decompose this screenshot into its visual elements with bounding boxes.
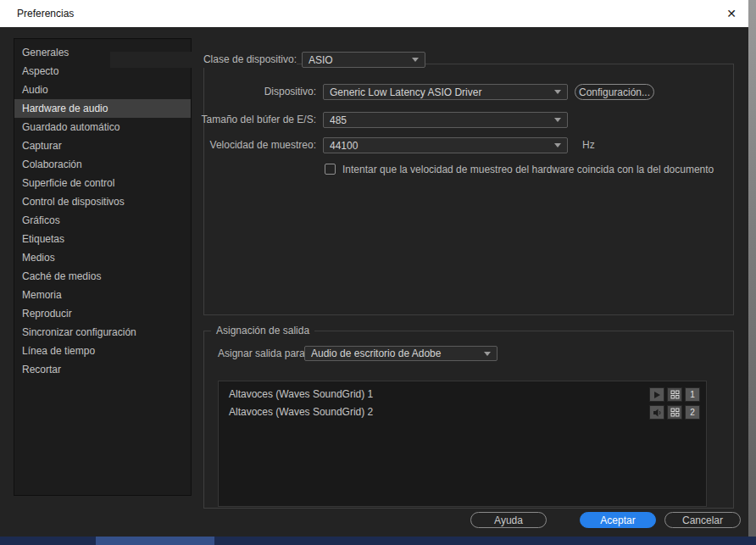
sidebar-item-reproducir[interactable]: Reproducir [14,304,191,323]
assign-output-label: Asignar salida para: [218,346,308,362]
window-title: Preferencias [17,0,74,27]
sidebar-item-medios[interactable]: Medios [14,248,191,267]
output-row-buttons: 1 [649,387,700,402]
assign-output-value: Audio de escritorio de Adobe [311,348,479,359]
channel-map-button[interactable] [667,387,682,402]
device-dropdown[interactable]: Generic Low Latency ASIO Driver [323,84,568,100]
device-class-label: Clase de dispositivo: [110,52,297,68]
output-row: Altavoces (Waves SoundGrid) 2 [219,403,706,421]
samplerate-value: 44100 [330,140,549,152]
channel-play-button[interactable] [649,387,664,402]
channel-number-badge[interactable]: 1 [685,387,700,402]
samplerate-dropdown[interactable]: 44100 [323,137,568,153]
device-label: Dispositivo: [194,84,316,100]
chevron-down-icon [554,118,561,122]
sidebar-item-sincronizar-configuracion[interactable]: Sincronizar configuración [14,323,191,342]
channel-number-badge[interactable]: 2 [685,405,700,420]
output-name: Altavoces (Waves SoundGrid) 2 [229,403,373,421]
sidebar-item-control-de-dispositivos[interactable]: Control de dispositivos [14,192,191,211]
play-icon [653,391,661,399]
cancel-button[interactable]: Cancelar [664,512,741,528]
chevron-down-icon [554,90,561,94]
taskbar-app-indicator [96,537,214,545]
sidebar-item-graficos[interactable]: Gráficos [14,211,191,230]
sidebar-item-recortar[interactable]: Recortar [14,360,191,379]
help-button[interactable]: Ayuda [470,512,547,528]
preferences-window: Preferencias ✕ Generales Aspecto Audio H… [0,0,748,537]
samplerate-unit: Hz [582,137,595,153]
output-device-list: Altavoces (Waves SoundGrid) 1 [218,381,707,507]
chevron-down-icon [484,352,491,356]
device-class-value: ASIO [309,54,407,66]
device-dropdown-value: Generic Low Latency ASIO Driver [330,86,549,98]
assign-output-dropdown[interactable]: Audio de escritorio de Adobe [304,346,498,361]
close-icon[interactable]: ✕ [726,0,737,27]
titlebar: Preferencias ✕ [0,0,748,27]
routing-grid-icon [670,408,680,417]
match-samplerate-checkbox[interactable] [325,164,336,175]
sidebar-item-audio[interactable]: Audio [14,81,191,99]
sidebar-item-guardado-automatico[interactable]: Guardado automático [14,118,191,136]
device-settings-button[interactable]: Configuración... [575,84,654,100]
ok-button[interactable]: Aceptar [580,512,656,528]
chevron-down-icon [554,143,561,147]
buffer-size-dropdown[interactable]: 485 [323,112,568,128]
sidebar-item-linea-de-tiempo[interactable]: Línea de tiempo [14,342,191,360]
device-settings-group: Dispositivo: Generic Low Latency ASIO Dr… [203,64,734,315]
output-row-buttons: 2 [649,405,700,420]
speaker-icon [653,409,662,417]
device-class-dropdown[interactable]: ASIO [302,52,425,68]
sidebar-item-hardware-de-audio[interactable]: Hardware de audio [14,99,191,118]
output-mapping-group: Asignación de salida Asignar salida para… [203,331,734,509]
chevron-down-icon [412,58,419,62]
screen: Preferencias ✕ Generales Aspecto Audio H… [0,0,756,545]
sidebar-item-etiquetas[interactable]: Etiquetas [14,230,191,248]
sidebar-item-superficie-de-control[interactable]: Superficie de control [14,174,191,192]
sidebar-item-cache-de-medios[interactable]: Caché de medios [14,267,191,286]
match-samplerate-label: Intentar que la velocidad de muestreo de… [342,164,714,175]
buffer-size-value: 485 [330,114,549,126]
dialog-body: Generales Aspecto Audio Hardware de audi… [0,27,748,537]
background-window-edge [748,0,756,537]
routing-grid-icon [670,390,680,399]
sidebar-item-colaboracion[interactable]: Colaboración [14,155,191,174]
channel-map-button[interactable] [667,405,682,420]
output-row: Altavoces (Waves SoundGrid) 1 [219,386,706,403]
channel-speaker-button[interactable] [649,405,664,420]
output-name: Altavoces (Waves SoundGrid) 1 [229,386,373,403]
taskbar [0,537,756,545]
sidebar-item-capturar[interactable]: Capturar [14,136,191,155]
sidebar-item-memoria[interactable]: Memoria [14,286,191,304]
buffer-size-label: Tamaño del búfer de E/S: [194,112,316,128]
preferences-sidebar: Generales Aspecto Audio Hardware de audi… [14,38,192,496]
samplerate-label: Velocidad de muestreo: [194,137,316,153]
output-mapping-legend: Asignación de salida [211,325,314,336]
